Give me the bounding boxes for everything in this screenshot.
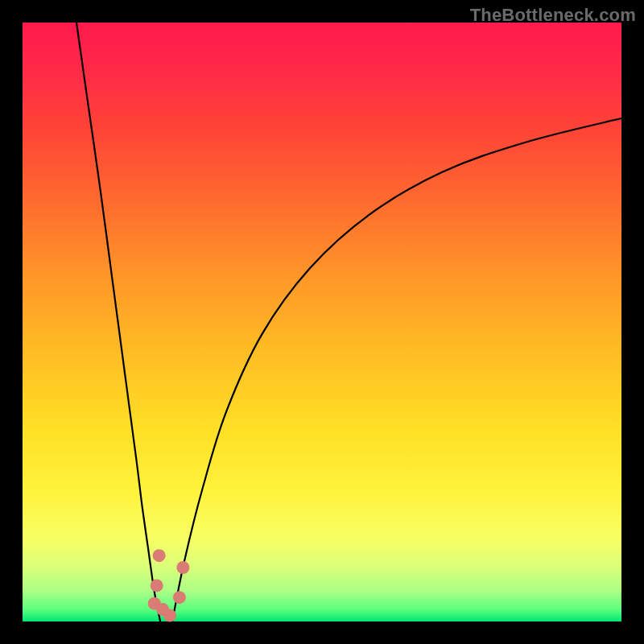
chart-frame [23, 23, 621, 621]
data-marker [151, 579, 163, 592]
data-marker [163, 609, 176, 622]
chart-svg [23, 23, 621, 621]
data-marker [176, 561, 189, 574]
data-marker [153, 549, 166, 562]
marker-group [148, 549, 190, 621]
curve-left-branch [76, 23, 160, 621]
curve-right-branch [172, 118, 621, 621]
data-marker [173, 591, 186, 604]
watermark-text: TheBottleneck.com [470, 5, 636, 26]
